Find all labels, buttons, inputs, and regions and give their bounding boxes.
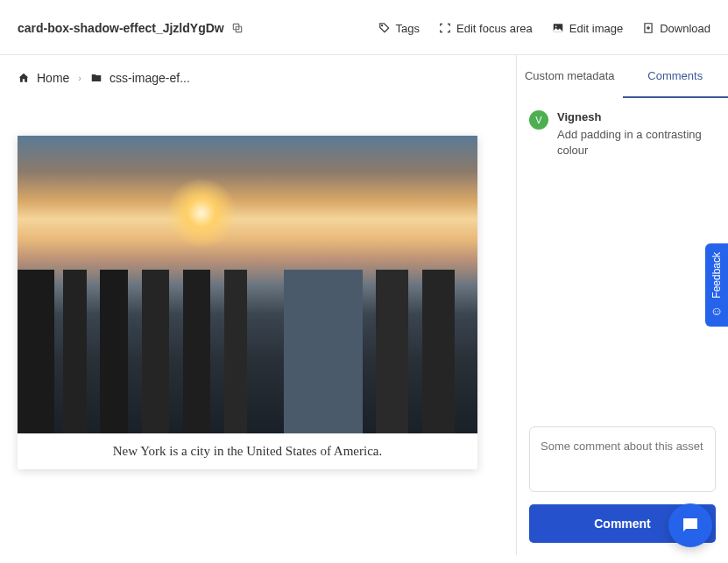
tab-metadata[interactable]: Custom metadata — [517, 55, 623, 98]
top-bar: card-box-shadow-effect_JjzldYgDw Tags Ed… — [0, 0, 728, 55]
actions: Tags Edit focus area Edit image Download — [378, 22, 710, 35]
comments-list: V Vignesh Add padding in a contrasting c… — [517, 98, 728, 426]
folder-icon — [90, 72, 102, 84]
tags-label: Tags — [396, 22, 420, 35]
focus-icon — [439, 22, 451, 34]
edit-focus-button[interactable]: Edit focus area — [439, 22, 533, 35]
left-panel: Home › css-image-ef... New York is a cit… — [0, 55, 516, 555]
edit-image-button[interactable]: Edit image — [552, 22, 623, 35]
download-button[interactable]: Download — [642, 22, 710, 35]
breadcrumb-folder-label: css-image-ef... — [110, 71, 190, 85]
avatar: V — [529, 110, 548, 130]
main-content: Home › css-image-ef... New York is a cit… — [0, 55, 728, 555]
tag-icon — [378, 22, 391, 34]
image-icon — [552, 22, 564, 34]
svg-point-2 — [381, 25, 382, 26]
comment-text: Add padding in a contrasting colour — [557, 127, 716, 158]
tab-comments[interactable]: Comments — [623, 55, 729, 98]
image-card: New York is a city in the United States … — [18, 136, 477, 469]
title-wrap: card-box-shadow-effect_JjzldYgDw — [18, 21, 244, 35]
comment-item: V Vignesh Add padding in a contrasting c… — [529, 110, 716, 158]
download-label: Download — [660, 22, 710, 35]
breadcrumb-folder[interactable]: css-image-ef... — [90, 71, 190, 85]
right-panel: Custom metadata Comments V Vignesh Add p… — [516, 55, 728, 555]
image-caption: New York is a city in the United States … — [18, 433, 477, 469]
edit-image-label: Edit image — [569, 22, 623, 35]
tags-button[interactable]: Tags — [378, 22, 420, 35]
breadcrumb: Home › css-image-ef... — [18, 71, 498, 85]
comment-content: Vignesh Add padding in a contrasting col… — [557, 110, 716, 158]
breadcrumb-home-label: Home — [37, 71, 69, 85]
preview-image[interactable] — [18, 136, 477, 433]
chat-icon — [680, 515, 701, 536]
tabs: Custom metadata Comments — [517, 55, 728, 98]
asset-title: card-box-shadow-effect_JjzldYgDw — [18, 21, 224, 35]
breadcrumb-home[interactable]: Home — [18, 71, 69, 85]
copy-icon[interactable] — [231, 22, 244, 34]
home-icon — [18, 72, 30, 84]
comment-author: Vignesh — [557, 110, 716, 123]
chevron-right-icon: › — [78, 73, 81, 83]
edit-focus-label: Edit focus area — [456, 22, 533, 35]
smile-icon: ☺ — [710, 304, 723, 318]
chat-launcher[interactable] — [668, 503, 712, 547]
feedback-label: Feedback — [710, 252, 723, 299]
svg-point-4 — [555, 25, 557, 27]
comment-input[interactable] — [529, 426, 716, 492]
feedback-tab[interactable]: Feedback ☺ — [705, 243, 728, 327]
download-icon — [642, 22, 654, 34]
